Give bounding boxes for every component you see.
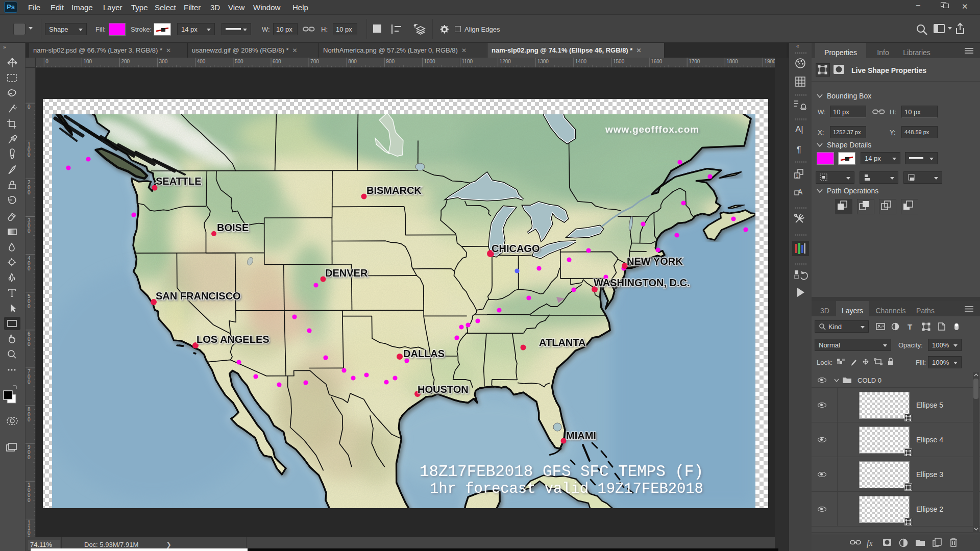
svg-text:SEATTLE: SEATTLE — [156, 176, 202, 187]
svg-text:SAN FRANCISCO: SAN FRANCISCO — [156, 290, 241, 302]
svg-text:1200: 1200 — [500, 59, 511, 64]
svg-text:1000: 1000 — [424, 59, 435, 64]
svg-text:1500: 1500 — [613, 59, 625, 64]
svg-text:1400: 1400 — [575, 59, 587, 64]
svg-text:1700: 1700 — [689, 59, 700, 64]
svg-text:0: 0 — [28, 497, 31, 503]
svg-text:0: 0 — [28, 535, 31, 537]
svg-text:BISMARCK: BISMARCK — [366, 185, 422, 196]
svg-text:HOUSTON: HOUSTON — [418, 384, 469, 395]
svg-text:200: 200 — [121, 59, 130, 64]
svg-text:DALLAS: DALLAS — [403, 348, 445, 359]
svg-text:0: 0 — [28, 304, 31, 309]
svg-text:0: 0 — [28, 417, 31, 422]
svg-text:MIAMI: MIAMI — [566, 430, 596, 441]
svg-text:500: 500 — [235, 59, 243, 64]
svg-text:NEW YORK: NEW YORK — [627, 256, 683, 267]
svg-text:1900: 1900 — [764, 59, 775, 64]
svg-text:DENVER: DENVER — [325, 267, 368, 279]
svg-text:¶: ¶ — [797, 145, 801, 154]
svg-text:800: 800 — [348, 59, 357, 64]
svg-text:1100: 1100 — [462, 59, 473, 64]
svg-text:0: 0 — [28, 379, 31, 385]
svg-text:0: 0 — [28, 104, 31, 110]
svg-text:T: T — [908, 322, 912, 331]
svg-text:www.geofffox.com: www.geofffox.com — [605, 124, 699, 135]
svg-text:fx: fx — [867, 539, 873, 548]
svg-text:1: 1 — [796, 173, 798, 179]
svg-text:A|: A| — [795, 124, 803, 134]
svg-text:18Z17FEB2018 GFS SFC TEMPS (F): 18Z17FEB2018 GFS SFC TEMPS (F) — [420, 463, 703, 481]
svg-text:1hr forecast valid 19Z17FEB201: 1hr forecast valid 19Z17FEB2018 — [430, 481, 703, 497]
svg-text:ATLANTA: ATLANTA — [539, 337, 585, 348]
svg-text:WASHINGTON, D.C.: WASHINGTON, D.C. — [594, 277, 690, 288]
svg-text:1300: 1300 — [537, 59, 549, 64]
svg-text:0: 0 — [28, 190, 31, 195]
svg-text:300: 300 — [159, 59, 168, 64]
svg-text:400: 400 — [197, 59, 206, 64]
svg-text:»: » — [3, 44, 6, 50]
svg-text:100: 100 — [83, 59, 92, 64]
svg-text:BOISE: BOISE — [217, 222, 249, 233]
svg-text:700: 700 — [310, 59, 319, 64]
svg-text:0: 0 — [28, 341, 31, 347]
svg-text:CHICAGO: CHICAGO — [492, 243, 540, 254]
svg-text:0: 0 — [28, 455, 31, 460]
svg-text:0: 0 — [28, 266, 31, 271]
svg-text:«: « — [796, 43, 799, 49]
svg-text:0: 0 — [45, 59, 48, 64]
svg-text:0: 0 — [28, 228, 31, 234]
svg-text:900: 900 — [386, 59, 395, 64]
svg-text:0: 0 — [28, 152, 31, 158]
svg-text:1800: 1800 — [726, 59, 738, 64]
svg-text:600: 600 — [273, 59, 281, 64]
svg-text:LOS ANGELES: LOS ANGELES — [197, 334, 270, 345]
svg-text:1600: 1600 — [651, 59, 663, 64]
